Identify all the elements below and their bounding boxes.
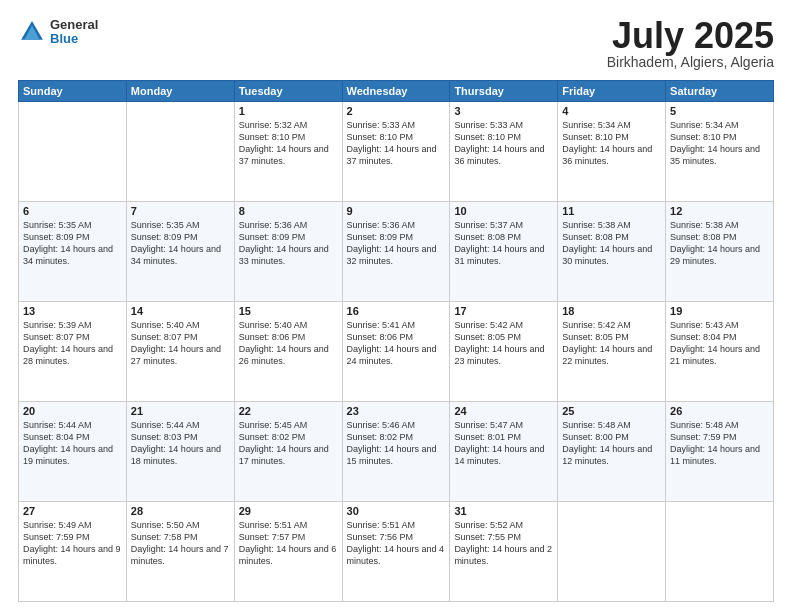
header: General Blue July 2025 Birkhadem, Algier…: [18, 18, 774, 70]
day-number: 21: [131, 405, 230, 417]
day-info: Sunrise: 5:34 AM Sunset: 8:10 PM Dayligh…: [670, 119, 769, 168]
day-info: Sunrise: 5:51 AM Sunset: 7:56 PM Dayligh…: [347, 519, 446, 568]
calendar-cell: 26Sunrise: 5:48 AM Sunset: 7:59 PM Dayli…: [666, 402, 774, 502]
day-number: 19: [670, 305, 769, 317]
day-number: 24: [454, 405, 553, 417]
title-block: July 2025 Birkhadem, Algiers, Algeria: [607, 18, 774, 70]
calendar-cell: 29Sunrise: 5:51 AM Sunset: 7:57 PM Dayli…: [234, 502, 342, 602]
calendar-cell: [19, 102, 127, 202]
day-info: Sunrise: 5:44 AM Sunset: 8:04 PM Dayligh…: [23, 419, 122, 468]
calendar-cell: 24Sunrise: 5:47 AM Sunset: 8:01 PM Dayli…: [450, 402, 558, 502]
calendar-cell: 18Sunrise: 5:42 AM Sunset: 8:05 PM Dayli…: [558, 302, 666, 402]
day-info: Sunrise: 5:35 AM Sunset: 8:09 PM Dayligh…: [131, 219, 230, 268]
logo-blue-label: Blue: [50, 32, 98, 46]
day-number: 22: [239, 405, 338, 417]
calendar-cell: 4Sunrise: 5:34 AM Sunset: 8:10 PM Daylig…: [558, 102, 666, 202]
day-info: Sunrise: 5:36 AM Sunset: 8:09 PM Dayligh…: [239, 219, 338, 268]
day-info: Sunrise: 5:38 AM Sunset: 8:08 PM Dayligh…: [670, 219, 769, 268]
day-info: Sunrise: 5:43 AM Sunset: 8:04 PM Dayligh…: [670, 319, 769, 368]
day-info: Sunrise: 5:38 AM Sunset: 8:08 PM Dayligh…: [562, 219, 661, 268]
day-info: Sunrise: 5:34 AM Sunset: 8:10 PM Dayligh…: [562, 119, 661, 168]
calendar-cell: 12Sunrise: 5:38 AM Sunset: 8:08 PM Dayli…: [666, 202, 774, 302]
week-row-3: 13Sunrise: 5:39 AM Sunset: 8:07 PM Dayli…: [19, 302, 774, 402]
week-row-5: 27Sunrise: 5:49 AM Sunset: 7:59 PM Dayli…: [19, 502, 774, 602]
day-number: 12: [670, 205, 769, 217]
day-info: Sunrise: 5:40 AM Sunset: 8:06 PM Dayligh…: [239, 319, 338, 368]
calendar-cell: 7Sunrise: 5:35 AM Sunset: 8:09 PM Daylig…: [126, 202, 234, 302]
calendar-cell: 5Sunrise: 5:34 AM Sunset: 8:10 PM Daylig…: [666, 102, 774, 202]
calendar-cell: 9Sunrise: 5:36 AM Sunset: 8:09 PM Daylig…: [342, 202, 450, 302]
day-header-monday: Monday: [126, 81, 234, 102]
calendar-cell: 11Sunrise: 5:38 AM Sunset: 8:08 PM Dayli…: [558, 202, 666, 302]
day-number: 18: [562, 305, 661, 317]
day-number: 6: [23, 205, 122, 217]
day-number: 28: [131, 505, 230, 517]
calendar-cell: 21Sunrise: 5:44 AM Sunset: 8:03 PM Dayli…: [126, 402, 234, 502]
day-number: 10: [454, 205, 553, 217]
day-header-thursday: Thursday: [450, 81, 558, 102]
day-header-tuesday: Tuesday: [234, 81, 342, 102]
calendar-cell: 22Sunrise: 5:45 AM Sunset: 8:02 PM Dayli…: [234, 402, 342, 502]
day-number: 31: [454, 505, 553, 517]
calendar-cell: 19Sunrise: 5:43 AM Sunset: 8:04 PM Dayli…: [666, 302, 774, 402]
calendar-cell: 13Sunrise: 5:39 AM Sunset: 8:07 PM Dayli…: [19, 302, 127, 402]
calendar-cell: 8Sunrise: 5:36 AM Sunset: 8:09 PM Daylig…: [234, 202, 342, 302]
calendar-cell: 15Sunrise: 5:40 AM Sunset: 8:06 PM Dayli…: [234, 302, 342, 402]
calendar-cell: 16Sunrise: 5:41 AM Sunset: 8:06 PM Dayli…: [342, 302, 450, 402]
day-info: Sunrise: 5:32 AM Sunset: 8:10 PM Dayligh…: [239, 119, 338, 168]
day-info: Sunrise: 5:44 AM Sunset: 8:03 PM Dayligh…: [131, 419, 230, 468]
calendar-cell: 28Sunrise: 5:50 AM Sunset: 7:58 PM Dayli…: [126, 502, 234, 602]
week-row-2: 6Sunrise: 5:35 AM Sunset: 8:09 PM Daylig…: [19, 202, 774, 302]
day-info: Sunrise: 5:52 AM Sunset: 7:55 PM Dayligh…: [454, 519, 553, 568]
logo-general-label: General: [50, 18, 98, 32]
day-number: 5: [670, 105, 769, 117]
day-info: Sunrise: 5:48 AM Sunset: 8:00 PM Dayligh…: [562, 419, 661, 468]
day-number: 26: [670, 405, 769, 417]
day-info: Sunrise: 5:42 AM Sunset: 8:05 PM Dayligh…: [454, 319, 553, 368]
calendar-cell: 27Sunrise: 5:49 AM Sunset: 7:59 PM Dayli…: [19, 502, 127, 602]
day-number: 23: [347, 405, 446, 417]
calendar-cell: 31Sunrise: 5:52 AM Sunset: 7:55 PM Dayli…: [450, 502, 558, 602]
calendar-cell: 17Sunrise: 5:42 AM Sunset: 8:05 PM Dayli…: [450, 302, 558, 402]
day-info: Sunrise: 5:45 AM Sunset: 8:02 PM Dayligh…: [239, 419, 338, 468]
day-number: 11: [562, 205, 661, 217]
calendar-table: SundayMondayTuesdayWednesdayThursdayFrid…: [18, 80, 774, 602]
day-number: 4: [562, 105, 661, 117]
calendar-cell: 14Sunrise: 5:40 AM Sunset: 8:07 PM Dayli…: [126, 302, 234, 402]
calendar-cell: 1Sunrise: 5:32 AM Sunset: 8:10 PM Daylig…: [234, 102, 342, 202]
day-number: 7: [131, 205, 230, 217]
calendar-cell: 20Sunrise: 5:44 AM Sunset: 8:04 PM Dayli…: [19, 402, 127, 502]
day-info: Sunrise: 5:40 AM Sunset: 8:07 PM Dayligh…: [131, 319, 230, 368]
day-number: 29: [239, 505, 338, 517]
day-info: Sunrise: 5:37 AM Sunset: 8:08 PM Dayligh…: [454, 219, 553, 268]
day-info: Sunrise: 5:39 AM Sunset: 8:07 PM Dayligh…: [23, 319, 122, 368]
day-number: 13: [23, 305, 122, 317]
day-number: 9: [347, 205, 446, 217]
week-row-4: 20Sunrise: 5:44 AM Sunset: 8:04 PM Dayli…: [19, 402, 774, 502]
days-header-row: SundayMondayTuesdayWednesdayThursdayFrid…: [19, 81, 774, 102]
logo-text: General Blue: [50, 18, 98, 47]
day-number: 16: [347, 305, 446, 317]
day-info: Sunrise: 5:50 AM Sunset: 7:58 PM Dayligh…: [131, 519, 230, 568]
day-number: 3: [454, 105, 553, 117]
day-info: Sunrise: 5:48 AM Sunset: 7:59 PM Dayligh…: [670, 419, 769, 468]
calendar-cell: [126, 102, 234, 202]
day-number: 15: [239, 305, 338, 317]
day-number: 2: [347, 105, 446, 117]
day-number: 1: [239, 105, 338, 117]
logo-icon: [18, 18, 46, 46]
calendar-cell: [666, 502, 774, 602]
week-row-1: 1Sunrise: 5:32 AM Sunset: 8:10 PM Daylig…: [19, 102, 774, 202]
calendar-cell: 23Sunrise: 5:46 AM Sunset: 8:02 PM Dayli…: [342, 402, 450, 502]
day-number: 20: [23, 405, 122, 417]
logo: General Blue: [18, 18, 98, 47]
calendar-cell: 2Sunrise: 5:33 AM Sunset: 8:10 PM Daylig…: [342, 102, 450, 202]
day-number: 8: [239, 205, 338, 217]
day-info: Sunrise: 5:33 AM Sunset: 8:10 PM Dayligh…: [347, 119, 446, 168]
day-header-friday: Friday: [558, 81, 666, 102]
calendar-cell: 6Sunrise: 5:35 AM Sunset: 8:09 PM Daylig…: [19, 202, 127, 302]
day-info: Sunrise: 5:42 AM Sunset: 8:05 PM Dayligh…: [562, 319, 661, 368]
day-info: Sunrise: 5:36 AM Sunset: 8:09 PM Dayligh…: [347, 219, 446, 268]
calendar-page: General Blue July 2025 Birkhadem, Algier…: [0, 0, 792, 612]
month-title: July 2025: [607, 18, 774, 54]
